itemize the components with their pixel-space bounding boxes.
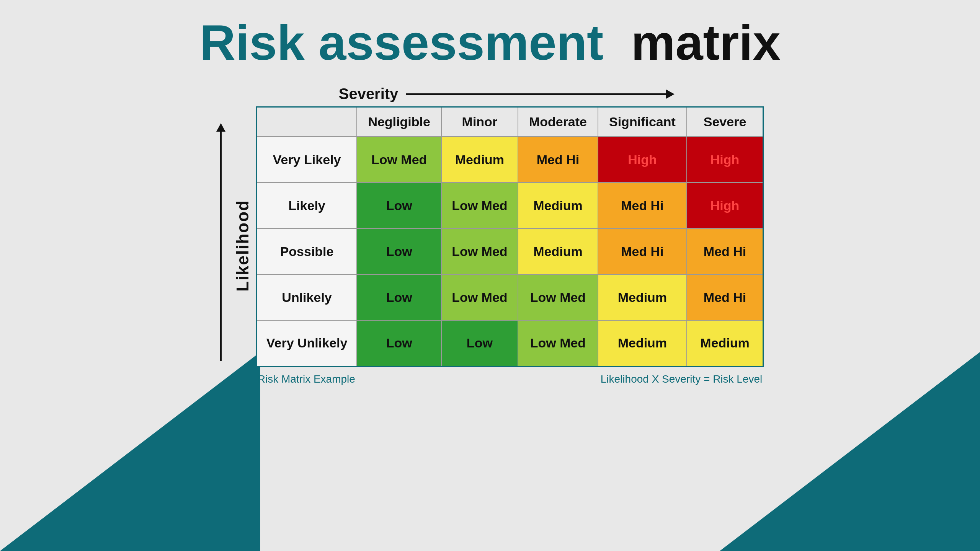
risk-cell: Med Hi <box>518 137 598 183</box>
risk-cell: Low Med <box>441 228 518 274</box>
table-row: Very LikelyLow MedMediumMed HiHighHigh <box>256 137 763 183</box>
col-header-minor: Minor <box>441 107 518 137</box>
table-row: UnlikelyLowLow MedLow MedMediumMed Hi <box>256 274 763 320</box>
row-label-possible: Possible <box>256 228 357 274</box>
footer-left: Risk Matrix Example <box>258 373 355 385</box>
col-header-negligible: Negligible <box>357 107 441 137</box>
risk-cell: Medium <box>518 228 598 274</box>
row-label-very-likely: Very Likely <box>256 137 357 183</box>
likelihood-arrow-line <box>220 132 222 361</box>
severity-header: Severity <box>339 85 675 103</box>
table-row: Very UnlikelyLowLowLow MedMediumMedium <box>256 320 763 366</box>
risk-cell: Medium <box>518 183 598 228</box>
footer-row: Risk Matrix Example Likelihood X Severit… <box>256 373 764 385</box>
table-row: PossibleLowLow MedMediumMed HiMed Hi <box>256 228 763 274</box>
likelihood-axis-row: Likelihood <box>216 106 256 385</box>
risk-cell: Low Med <box>518 274 598 320</box>
likelihood-label: Likelihood <box>233 200 252 292</box>
risk-cell: Low Med <box>357 137 441 183</box>
severity-arrow <box>406 90 675 99</box>
risk-cell: Low <box>357 320 441 366</box>
content-wrapper: Risk assessment matrix Severity Likelih <box>0 0 980 385</box>
risk-cell: Med Hi <box>687 228 763 274</box>
risk-cell: Low Med <box>441 183 518 228</box>
row-label-very-unlikely: Very Unlikely <box>256 320 357 366</box>
risk-cell: Med Hi <box>598 183 687 228</box>
row-label-likely: Likely <box>256 183 357 228</box>
severity-arrow-line <box>406 93 666 95</box>
risk-cell: Low <box>357 183 441 228</box>
risk-cell: Med Hi <box>687 274 763 320</box>
header-empty <box>256 107 357 137</box>
table-wrapper: NegligibleMinorModerateSignificantSevere… <box>256 106 764 385</box>
severity-label: Severity <box>339 85 399 103</box>
footer-right: Likelihood X Severity = Risk Level <box>601 373 763 385</box>
risk-cell: Medium <box>687 320 763 366</box>
risk-cell: Low Med <box>518 320 598 366</box>
severity-arrow-head <box>666 90 675 99</box>
risk-cell: Medium <box>598 320 687 366</box>
matrix-with-axis: Likelihood NegligibleMinorModerateSignif… <box>216 106 764 385</box>
risk-cell: Med Hi <box>598 228 687 274</box>
risk-cell: Medium <box>441 137 518 183</box>
risk-table: NegligibleMinorModerateSignificantSevere… <box>256 106 764 367</box>
risk-cell: Low <box>441 320 518 366</box>
matrix-area: Severity Likelihood <box>216 85 764 385</box>
likelihood-arrow-head <box>216 123 225 132</box>
risk-cell: Low <box>357 274 441 320</box>
page-title: Risk assessment matrix <box>199 15 781 70</box>
title-normal: matrix <box>631 15 781 70</box>
risk-cell: High <box>598 137 687 183</box>
table-row: LikelyLowLow MedMediumMed HiHigh <box>256 183 763 228</box>
risk-cell: High <box>687 183 763 228</box>
col-header-severe: Severe <box>687 107 763 137</box>
risk-cell: Low <box>357 228 441 274</box>
risk-cell: Medium <box>598 274 687 320</box>
likelihood-arrow-container <box>216 123 225 372</box>
col-header-significant: Significant <box>598 107 687 137</box>
col-header-moderate: Moderate <box>518 107 598 137</box>
row-label-unlikely: Unlikely <box>256 274 357 320</box>
risk-cell: High <box>687 137 763 183</box>
title-highlight: Risk assessment <box>199 15 603 70</box>
risk-cell: Low Med <box>441 274 518 320</box>
likelihood-axis <box>216 119 225 372</box>
